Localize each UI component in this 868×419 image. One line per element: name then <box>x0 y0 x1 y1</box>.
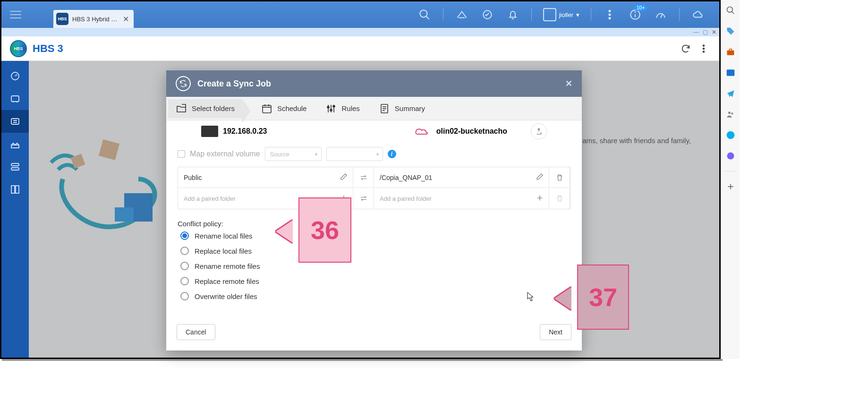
host-row: 192.168.0.23 olin02-bucketnacho <box>178 120 570 145</box>
step-label: Schedule <box>277 104 307 112</box>
map-external-checkbox[interactable] <box>178 150 185 158</box>
svg-rect-18 <box>11 145 19 148</box>
refresh-button[interactable] <box>679 42 693 56</box>
step-schedule[interactable]: Schedule <box>261 103 307 114</box>
dest-volume-select[interactable] <box>326 147 383 161</box>
hbs-app-icon: HBS <box>56 13 68 25</box>
copilot-icon[interactable] <box>725 150 736 162</box>
sidebar-overview[interactable] <box>1 65 29 87</box>
sidebar-restore[interactable] <box>1 133 29 155</box>
plus-icon[interactable] <box>536 194 544 204</box>
hbs-header: HBS HBS 3 <box>1 36 719 61</box>
edit-icon[interactable] <box>536 172 544 182</box>
user-menu[interactable]: jioller ▾ <box>543 8 579 21</box>
sidebar-backup[interactable] <box>1 87 29 110</box>
radio-overwrite-older[interactable]: Overwrite older files <box>180 292 570 300</box>
people-icon[interactable] <box>725 109 736 120</box>
svg-point-6 <box>609 14 610 15</box>
info-icon[interactable]: i <box>388 150 396 158</box>
hbs-more-button[interactable] <box>697 42 711 56</box>
delete-pair-button-disabled <box>549 188 570 209</box>
step-label: Rules <box>341 104 359 112</box>
add-remote-folder-cell[interactable]: Add a paired folder <box>374 188 549 209</box>
search-icon[interactable] <box>725 5 736 16</box>
svg-rect-47 <box>727 51 734 55</box>
sidebar-sync[interactable] <box>1 110 29 133</box>
svg-point-13 <box>703 48 705 49</box>
step-rules[interactable]: Rules <box>325 103 359 114</box>
svg-point-34 <box>327 106 329 108</box>
chevron-down-icon: ▾ <box>576 11 579 18</box>
hbs-logo-icon: HBS <box>10 40 27 57</box>
hbs-sidebar <box>1 61 29 358</box>
add-local-folder-cell[interactable]: Add a paired folder <box>178 188 353 209</box>
right-toolbar <box>721 0 740 359</box>
window-minimize-button[interactable]: — <box>693 29 699 35</box>
info-badge: 10+ <box>634 5 647 11</box>
svg-point-35 <box>330 109 332 111</box>
step-label: Select folders <box>192 104 235 112</box>
delete-pair-button[interactable] <box>549 167 570 188</box>
svg-point-0 <box>420 10 427 17</box>
conflict-policy-group: Rename local files Replace local files R… <box>180 231 570 300</box>
svg-point-45 <box>727 7 732 13</box>
more-vert-icon[interactable] <box>603 8 617 22</box>
svg-rect-17 <box>11 119 19 124</box>
window-maximize-button[interactable]: ▢ <box>703 29 708 35</box>
modal-close-button[interactable]: ✕ <box>565 78 572 89</box>
svg-point-36 <box>333 105 335 107</box>
modal-footer: Cancel Next <box>166 317 582 351</box>
app-tab-hbs3[interactable]: HBS HBS 3 Hybrid … ✕ <box>53 10 134 28</box>
info-icon[interactable]: 10+ <box>628 8 642 22</box>
step-select-folders[interactable]: Select folders <box>168 99 242 118</box>
skype-icon[interactable] <box>725 129 736 141</box>
edit-icon[interactable] <box>340 172 348 182</box>
svg-point-50 <box>731 112 733 114</box>
outlook-icon[interactable] <box>725 67 736 78</box>
conflict-policy-label: Conflict policy: <box>178 220 570 228</box>
volume-icon[interactable] <box>455 8 469 22</box>
local-nas-icon <box>201 126 218 137</box>
tab-close-button[interactable]: ✕ <box>123 15 129 24</box>
svg-point-49 <box>728 111 731 114</box>
remote-folder-cell[interactable]: /Copia_QNAP_01 <box>374 167 549 188</box>
export-button[interactable] <box>531 123 547 139</box>
main-menu-button[interactable] <box>6 5 25 24</box>
cancel-button[interactable]: Cancel <box>177 324 215 340</box>
remote-folder-path: /Copia_QNAP_01 <box>380 174 432 181</box>
notifications-icon[interactable] <box>506 8 520 22</box>
tag-icon[interactable] <box>725 26 736 37</box>
window-close-button[interactable]: ✕ <box>712 29 716 35</box>
task-icon[interactable] <box>480 8 494 22</box>
radio-rename-remote[interactable]: Rename remote files <box>180 262 570 270</box>
radio-rename-local[interactable]: Rename local files <box>180 231 570 240</box>
qts-topbar: HBS HBS 3 Hybrid … ✕ jioller ▾ 10+ <box>1 1 719 28</box>
telegram-icon[interactable] <box>725 88 736 99</box>
remote-host-label: olin02-bucketnacho <box>436 127 507 136</box>
sync-direction-icon <box>353 167 374 188</box>
svg-rect-22 <box>16 186 19 193</box>
svg-rect-20 <box>11 168 19 170</box>
svg-point-14 <box>703 51 705 52</box>
cloud-icon[interactable] <box>691 8 705 22</box>
source-volume-select[interactable]: Source <box>265 147 322 161</box>
dashboard-icon[interactable] <box>654 8 668 22</box>
search-icon[interactable] <box>417 8 432 22</box>
step-summary[interactable]: Summary <box>379 103 425 114</box>
svg-line-46 <box>732 12 734 14</box>
radio-replace-local[interactable]: Replace local files <box>180 247 570 255</box>
radio-replace-remote[interactable]: Replace remote files <box>180 277 570 285</box>
step-label: Summary <box>395 104 425 112</box>
briefcase-icon[interactable] <box>725 46 736 58</box>
sidebar-jobs[interactable] <box>1 178 29 201</box>
add-app-icon[interactable] <box>725 181 736 192</box>
modal-overlay: Create a Sync Job ✕ Select folders Sched… <box>29 61 719 358</box>
local-folder-cell[interactable]: Public <box>178 167 353 188</box>
modal-header: Create a Sync Job ✕ <box>166 70 582 97</box>
svg-rect-16 <box>11 96 19 102</box>
svg-rect-48 <box>726 69 734 76</box>
sidebar-services[interactable] <box>1 155 29 178</box>
plus-icon[interactable] <box>340 194 348 204</box>
remote-cloud-icon <box>415 126 432 137</box>
next-button[interactable]: Next <box>540 324 571 340</box>
